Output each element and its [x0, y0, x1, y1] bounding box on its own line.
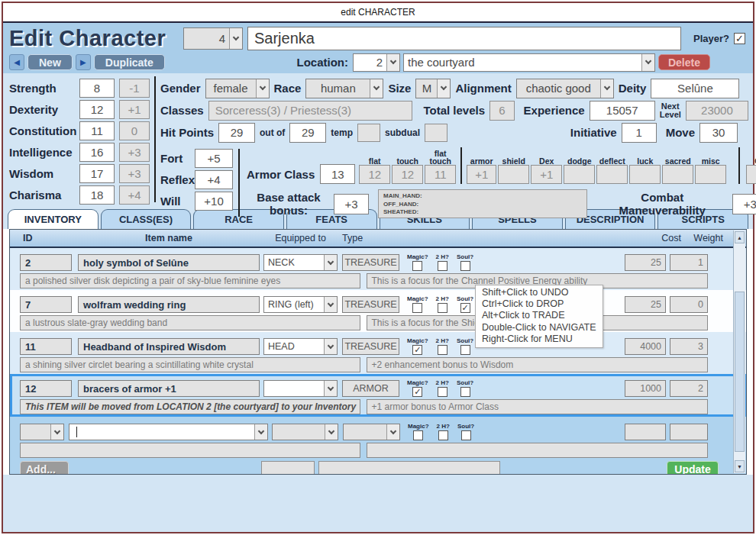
- ability-score-field[interactable]: 11: [79, 121, 115, 140]
- combat-maneuverability-field[interactable]: +3: [732, 194, 756, 214]
- equipped-to-dropdown[interactable]: RING (left): [263, 296, 338, 313]
- ability-score-field[interactable]: 8: [79, 79, 115, 98]
- out-of-label: out of: [260, 127, 285, 138]
- ability-score-field[interactable]: 17: [79, 164, 115, 183]
- ability-score-field[interactable]: 18: [79, 185, 115, 205]
- two-handed-checkbox[interactable]: [438, 345, 447, 355]
- gender-dropdown[interactable]: female: [205, 79, 270, 98]
- save-label: Will: [160, 195, 195, 208]
- new-item-description-field[interactable]: [20, 443, 360, 458]
- new-item-name-combo[interactable]: [69, 424, 268, 440]
- hp-field[interactable]: 29: [218, 123, 255, 143]
- two-handed-checkbox[interactable]: [438, 430, 448, 440]
- soul-checkbox[interactable]: [460, 345, 470, 355]
- hp-max-field[interactable]: 29: [289, 123, 326, 143]
- subdual-field[interactable]: [425, 124, 447, 142]
- inventory-footer: Add... Update: [10, 460, 746, 475]
- save-row: Will +10: [160, 190, 233, 211]
- equipped-to-dropdown[interactable]: NECK: [263, 254, 338, 271]
- location-name-dropdown[interactable]: the courtyard: [403, 53, 655, 72]
- ability-row: Strength 8 -1: [9, 77, 150, 98]
- scroll-up-icon[interactable]: ▲: [735, 231, 745, 243]
- base-attack-field[interactable]: +3: [334, 194, 369, 214]
- update-button[interactable]: Update: [667, 461, 719, 475]
- subdual-label: subdual: [385, 127, 420, 138]
- alignment-dropdown[interactable]: chaotic good: [516, 79, 614, 98]
- scroll-down-icon[interactable]: ▼: [735, 460, 745, 472]
- two-handed-checkbox[interactable]: [438, 303, 447, 313]
- soul-checkbox[interactable]: [460, 303, 470, 313]
- two-handed-checkbox[interactable]: [438, 261, 447, 271]
- new-item-id-dropdown[interactable]: [20, 424, 64, 440]
- chevron-down-icon: [390, 58, 396, 64]
- app-window: edit CHARACTER Edit Character 4 Sarjenka…: [2, 2, 754, 533]
- ability-row: Charisma 18 +4: [9, 184, 150, 205]
- equipped-to-dropdown[interactable]: HEAD: [263, 338, 338, 355]
- magic-checkbox[interactable]: [412, 387, 422, 397]
- temp-hp-field[interactable]: [357, 124, 380, 142]
- tab-inventory[interactable]: INVENTORY: [8, 209, 99, 229]
- deity-field[interactable]: Selûne: [651, 79, 739, 98]
- save-field[interactable]: +5: [195, 149, 233, 168]
- inventory-rows: 2 holy symbol of Selûne NECK TREASURE Ma…: [10, 248, 746, 417]
- ac-cell-field: [695, 165, 726, 184]
- ac-cell-label: luck: [629, 147, 661, 165]
- item-name-field[interactable]: holy symbol of Selûne: [78, 254, 260, 271]
- inventory-row[interactable]: 2 holy symbol of Selûne NECK TREASURE Ma…: [10, 248, 746, 290]
- save-field[interactable]: +4: [195, 170, 233, 189]
- magic-checkbox[interactable]: [412, 261, 422, 271]
- new-item-notes-field[interactable]: [367, 443, 709, 458]
- size-dropdown[interactable]: M: [415, 79, 451, 98]
- duplicate-button[interactable]: Duplicate: [94, 54, 165, 70]
- character-name-input[interactable]: Sarjenka: [247, 27, 681, 50]
- race-dropdown[interactable]: human: [305, 79, 383, 98]
- new-item-weight-field[interactable]: [670, 424, 708, 440]
- new-item-cost-field[interactable]: [625, 424, 666, 440]
- next-character-button[interactable]: ▶: [76, 54, 91, 70]
- soul-checkbox[interactable]: [460, 387, 470, 397]
- scrollbar[interactable]: ▲ ▼: [733, 230, 745, 473]
- item-type-field: TREASURE: [342, 296, 399, 313]
- armor-class-field[interactable]: 13: [320, 164, 355, 184]
- soul-checkbox[interactable]: [460, 261, 470, 271]
- magic-checkbox[interactable]: [413, 430, 423, 440]
- item-name-field[interactable]: bracers of armor +1: [78, 380, 260, 397]
- magic-checkbox[interactable]: [412, 303, 422, 313]
- equipped-to-dropdown[interactable]: [263, 380, 338, 397]
- character-id-dropdown[interactable]: 4: [183, 27, 243, 50]
- ability-score-field[interactable]: 16: [79, 143, 115, 162]
- location-id-dropdown[interactable]: 2: [353, 53, 400, 72]
- item-id-field: 11: [20, 338, 72, 355]
- next-level-field: 23000: [686, 101, 748, 121]
- item-id-field: 12: [20, 380, 72, 397]
- classes-label: Classes: [160, 104, 204, 117]
- initiative-field[interactable]: 1: [622, 123, 657, 143]
- move-field[interactable]: 30: [699, 123, 738, 143]
- add-button[interactable]: Add...: [20, 461, 69, 475]
- chevron-down-icon: [328, 427, 334, 433]
- prev-character-button[interactable]: ◀: [9, 54, 24, 70]
- text-cursor: [76, 427, 77, 437]
- save-field[interactable]: +10: [195, 192, 233, 211]
- soul-checkbox[interactable]: [461, 430, 471, 440]
- item-name-field[interactable]: wolfram wedding ring: [78, 296, 260, 313]
- chevron-down-icon: [328, 342, 334, 348]
- inventory-row[interactable]: 11 Headband of Inspired Wisdom HEAD TREA…: [10, 332, 746, 374]
- magic-checkbox[interactable]: [412, 345, 422, 355]
- new-item-type-dropdown[interactable]: [343, 424, 400, 440]
- inventory-row[interactable]: 7 wolfram wedding ring RING (left) TREAS…: [10, 290, 746, 332]
- ability-score-field[interactable]: 12: [79, 100, 115, 119]
- delete-button[interactable]: Delete: [658, 54, 710, 70]
- new-item-equipped-dropdown[interactable]: [272, 424, 338, 440]
- experience-field[interactable]: 15057: [590, 101, 655, 121]
- inventory-row[interactable]: 12 bracers of armor +1 ARMOR Magic?: [10, 374, 746, 417]
- item-cost-field: 1000: [625, 380, 666, 397]
- player-checkbox[interactable]: [734, 33, 745, 44]
- ability-mod-field: -1: [119, 79, 150, 98]
- two-handed-checkbox[interactable]: [438, 387, 447, 397]
- scrollbar-thumb[interactable]: [735, 292, 745, 452]
- item-cost-field: 25: [625, 296, 666, 313]
- item-name-field[interactable]: Headband of Inspired Wisdom: [78, 338, 260, 355]
- new-button[interactable]: New: [27, 54, 73, 70]
- chevron-down-icon: [258, 427, 264, 433]
